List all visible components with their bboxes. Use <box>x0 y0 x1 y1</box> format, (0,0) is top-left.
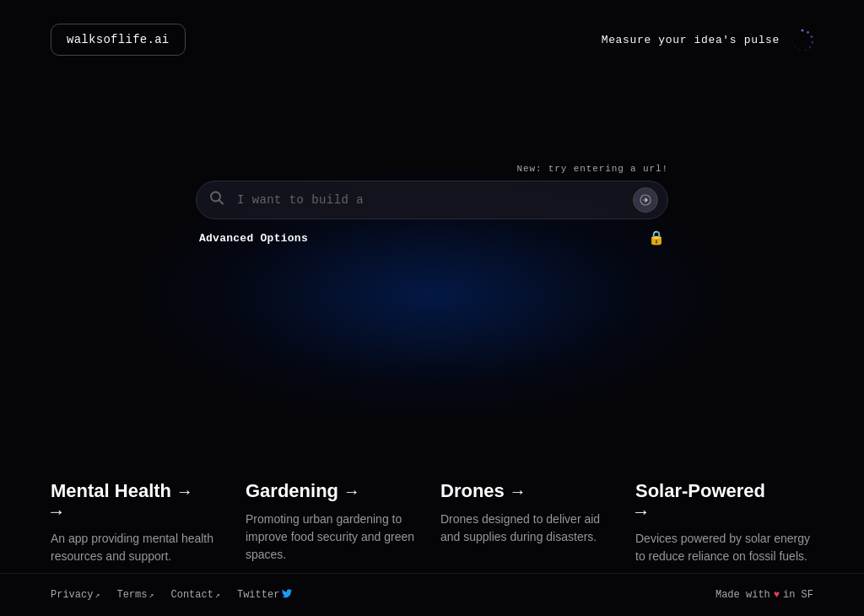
header-cta[interactable]: Measure your idea's pulse <box>602 34 780 46</box>
heart-icon: ♥ <box>774 589 780 601</box>
card-drones[interactable]: Drones → Drones designed to deliver aid … <box>440 480 635 565</box>
cards-section: Mental Health → → An app providing menta… <box>0 480 864 565</box>
card-mental-health[interactable]: Mental Health → → An app providing menta… <box>51 480 246 565</box>
svg-point-5 <box>804 49 807 51</box>
svg-point-1 <box>807 31 809 34</box>
footer-privacy-link[interactable]: Privacy ↗ <box>51 589 100 601</box>
card-title-gardening: Gardening → <box>246 480 424 502</box>
footer-terms-link[interactable]: Terms ↗ <box>116 589 154 601</box>
svg-point-9 <box>792 35 795 38</box>
card-desc-gardening: Promoting urban gardening to improve foo… <box>246 511 424 564</box>
search-icon <box>209 191 224 210</box>
footer-twitter-link[interactable]: Twitter <box>237 587 293 602</box>
contact-ext-icon: ↗ <box>215 590 220 600</box>
svg-line-12 <box>219 200 224 204</box>
privacy-ext-icon: ↗ <box>94 590 100 600</box>
main-content: New: try entering a url! Advanced Option… <box>0 79 864 257</box>
footer-links: Privacy ↗ Terms ↗ Contact ↗ Twitter <box>51 587 293 602</box>
footer-contact-link[interactable]: Contact ↗ <box>171 589 220 601</box>
header: walksoflife.ai Measure your idea's pulse <box>0 0 864 79</box>
card-solar[interactable]: Solar-Powered → Devices powered by solar… <box>635 480 813 565</box>
footer-made-with: Made with ♥ in SF <box>716 589 813 601</box>
svg-point-7 <box>794 46 796 49</box>
card-title-drones: Drones → <box>440 480 618 502</box>
svg-point-8 <box>791 41 794 44</box>
terms-ext-icon: ↗ <box>148 590 154 600</box>
card-desc-mental-health: An app providing mental health resources… <box>51 530 229 565</box>
new-hint: New: try entering a url! <box>516 164 668 174</box>
pulse-icon <box>791 29 813 51</box>
footer: Privacy ↗ Terms ↗ Contact ↗ Twitter Made… <box>0 573 864 616</box>
card-title-mental-health: Mental Health → → <box>51 480 229 523</box>
svg-point-4 <box>809 46 812 49</box>
advanced-options-row: Advanced Options 🔒 <box>196 219 668 257</box>
card-title-solar: Solar-Powered → <box>635 480 813 530</box>
card-desc-drones: Drones designed to deliver aid and suppl… <box>440 511 618 546</box>
card-desc-solar: Devices powered by solar energy to reduc… <box>635 530 813 565</box>
advanced-options-label[interactable]: Advanced Options <box>199 232 308 245</box>
svg-point-6 <box>798 49 801 51</box>
svg-point-2 <box>811 35 813 38</box>
card-gardening[interactable]: Gardening → Promoting urban gardening to… <box>246 480 440 565</box>
lock-icon: 🔒 <box>648 230 665 246</box>
svg-point-0 <box>802 30 804 32</box>
svg-point-10 <box>796 31 798 34</box>
twitter-icon <box>281 587 293 602</box>
search-submit-button[interactable] <box>633 187 658 213</box>
svg-point-3 <box>812 41 814 44</box>
logo[interactable]: walksoflife.ai <box>51 24 186 56</box>
search-container <box>196 181 668 219</box>
header-right: Measure your idea's pulse <box>602 29 813 51</box>
search-input[interactable] <box>196 181 668 219</box>
